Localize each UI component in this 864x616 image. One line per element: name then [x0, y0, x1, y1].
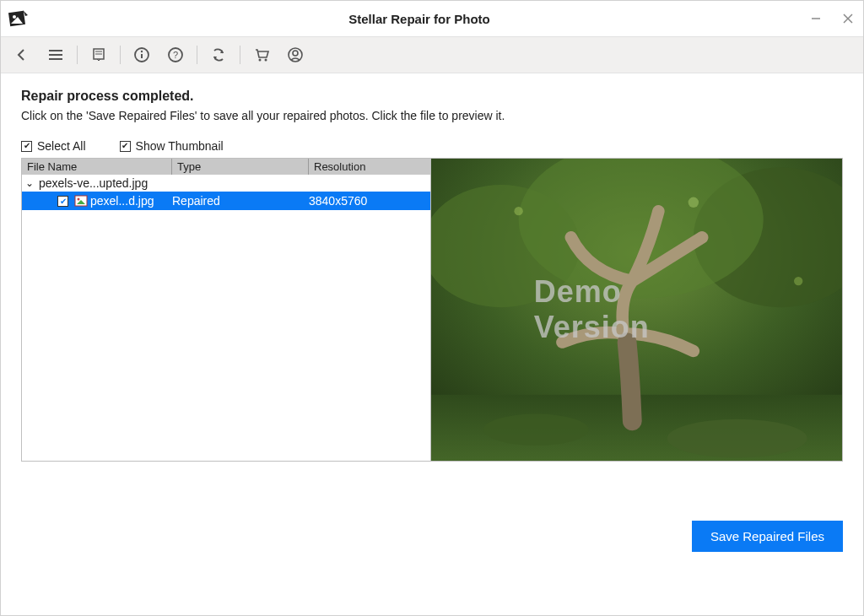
app-logo-icon [8, 7, 31, 30]
svg-point-20 [259, 59, 262, 62]
image-file-icon [74, 194, 88, 208]
svg-point-21 [265, 59, 267, 62]
menu-icon[interactable] [43, 42, 68, 68]
tree-child-row[interactable]: ✔ pexel...d.jpg Repaired 3840x5760 [22, 192, 430, 210]
svg-point-36 [794, 277, 802, 285]
app-window: Stellar Repair for Photo ? [0, 0, 864, 616]
tree-parent-row[interactable]: ⌄ pexels-ve...upted.jpg [22, 175, 430, 192]
content-area: Repair process completed. Click on the '… [1, 73, 863, 615]
status-subheading: Click on the 'Save Repaired Files' to sa… [21, 109, 843, 122]
preview-panel: Demo Version [431, 159, 842, 461]
svg-point-1 [13, 15, 16, 19]
col-file-name[interactable]: File Name [22, 159, 172, 175]
svg-point-25 [78, 198, 80, 201]
separator [240, 46, 240, 64]
refresh-icon[interactable] [206, 42, 231, 68]
row-checkbox[interactable]: ✔ [57, 196, 68, 207]
footer: Save Repaired Files [21, 521, 843, 552]
select-all-checkbox[interactable]: ✔ Select All [21, 139, 86, 153]
svg-point-14 [141, 51, 143, 52]
select-all-label: Select All [37, 139, 86, 153]
svg-point-32 [483, 414, 588, 446]
demo-watermark: Demo Version [534, 274, 740, 345]
titlebar: Stellar Repair for Photo [1, 1, 863, 36]
child-file-type: Repaired [172, 194, 309, 208]
svg-text:?: ? [173, 50, 178, 60]
back-button[interactable] [9, 42, 35, 68]
checkbox-icon: ✔ [21, 141, 32, 152]
user-icon[interactable] [283, 42, 308, 68]
separator [197, 46, 197, 64]
options-row: ✔ Select All ✔ Show Thumbnail [21, 139, 843, 153]
separator [77, 46, 78, 64]
results-panel: File Name Type Resolution ⌄ pexels-ve...… [21, 158, 843, 462]
parent-file-name: pexels-ve...upted.jpg [39, 176, 148, 190]
col-type[interactable]: Type [172, 159, 309, 175]
child-file-name: pexel...d.jpg [90, 194, 154, 208]
table-header: File Name Type Resolution [22, 159, 430, 175]
cart-icon[interactable] [249, 42, 274, 68]
tree-body[interactable]: ⌄ pexels-ve...upted.jpg ✔ pexel...d.jpg [22, 175, 430, 461]
close-button[interactable] [840, 10, 856, 27]
info-icon[interactable] [129, 42, 154, 68]
show-thumbnail-label: Show Thumbnail [136, 139, 224, 153]
status-heading: Repair process completed. [21, 89, 843, 104]
checkbox-icon: ✔ [120, 141, 131, 152]
separator [120, 46, 121, 64]
help-icon[interactable]: ? [163, 42, 188, 68]
toolbar: ? [1, 36, 863, 73]
file-tree-panel: File Name Type Resolution ⌄ pexels-ve...… [22, 159, 431, 461]
show-thumbnail-checkbox[interactable]: ✔ Show Thumbnail [120, 139, 224, 153]
app-title: Stellar Repair for Photo [31, 12, 807, 26]
save-repaired-files-button[interactable]: Save Repaired Files [692, 521, 843, 552]
col-resolution[interactable]: Resolution [309, 159, 430, 175]
expand-caret-icon[interactable]: ⌄ [25, 177, 35, 189]
svg-point-23 [293, 51, 298, 56]
list-icon[interactable] [86, 42, 111, 68]
svg-point-34 [514, 207, 522, 215]
svg-point-35 [688, 197, 699, 208]
child-file-resolution: 3840x5760 [309, 194, 367, 208]
svg-point-33 [667, 419, 807, 458]
minimize-button[interactable] [807, 10, 824, 27]
